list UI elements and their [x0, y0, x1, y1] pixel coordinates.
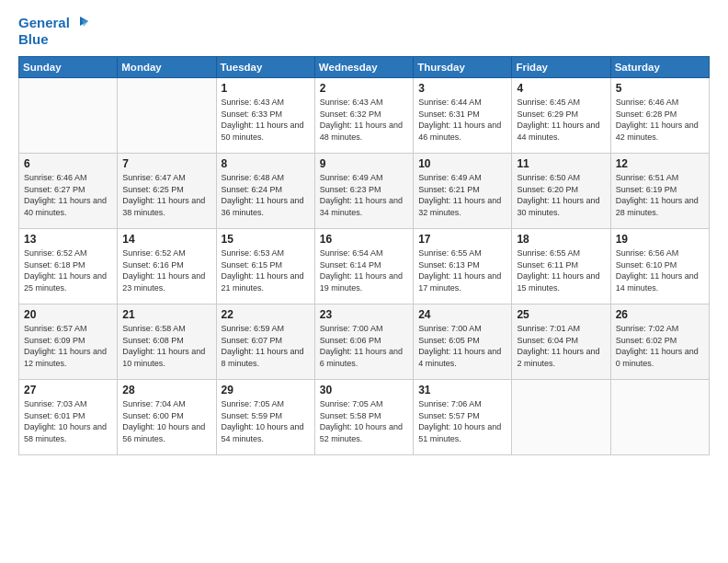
cell-info: Sunrise: 6:46 AMSunset: 6:28 PMDaylight:… [616, 98, 699, 142]
calendar-cell: 22Sunrise: 6:59 AMSunset: 6:07 PMDayligh… [216, 304, 314, 380]
calendar-cell: 17Sunrise: 6:55 AMSunset: 6:13 PMDayligh… [414, 229, 512, 304]
cell-info: Sunrise: 6:52 AMSunset: 6:16 PMDaylight:… [122, 248, 205, 293]
cell-info: Sunrise: 6:55 AMSunset: 6:11 PMDaylight:… [517, 248, 599, 293]
logo-general: General [18, 15, 70, 30]
cell-info: Sunrise: 6:51 AMSunset: 6:19 PMDaylight:… [616, 173, 699, 217]
day-number: 15 [222, 233, 310, 246]
calendar-cell: 28Sunrise: 7:04 AMSunset: 6:00 PMDayligh… [118, 380, 216, 455]
calendar-cell: 7Sunrise: 6:47 AMSunset: 6:25 PMDaylight… [118, 154, 216, 229]
calendar-cell: 6Sunrise: 6:46 AMSunset: 6:27 PMDaylight… [19, 154, 118, 229]
weekday-sunday: Sunday [19, 57, 118, 78]
calendar-cell: 14Sunrise: 6:52 AMSunset: 6:16 PMDayligh… [118, 229, 216, 304]
logo-flag-icon [72, 15, 88, 31]
calendar-cell: 18Sunrise: 6:55 AMSunset: 6:11 PMDayligh… [512, 229, 610, 304]
calendar-cell: 15Sunrise: 6:53 AMSunset: 6:15 PMDayligh… [216, 229, 314, 304]
svg-marker-1 [82, 19, 88, 27]
day-number: 3 [418, 82, 506, 95]
cell-info: Sunrise: 7:06 AMSunset: 5:57 PMDaylight:… [418, 399, 501, 443]
cell-info: Sunrise: 7:00 AMSunset: 6:06 PMDaylight:… [320, 324, 403, 368]
calendar-cell [610, 380, 709, 455]
day-number: 14 [122, 233, 210, 246]
cell-info: Sunrise: 6:43 AMSunset: 6:32 PMDaylight:… [320, 98, 403, 142]
calendar-cell: 8Sunrise: 6:48 AMSunset: 6:24 PMDaylight… [216, 154, 314, 229]
day-number: 12 [616, 157, 704, 170]
calendar-table: SundayMondayTuesdayWednesdayThursdayFrid… [18, 56, 710, 455]
calendar-cell: 27Sunrise: 7:03 AMSunset: 6:01 PMDayligh… [19, 380, 118, 455]
calendar-cell [19, 78, 118, 154]
weekday-saturday: Saturday [610, 57, 709, 78]
day-number: 25 [517, 308, 605, 321]
day-number: 31 [418, 384, 506, 396]
cell-info: Sunrise: 7:02 AMSunset: 6:02 PMDaylight:… [616, 324, 699, 368]
cell-info: Sunrise: 7:05 AMSunset: 5:58 PMDaylight:… [320, 399, 403, 443]
calendar-cell: 5Sunrise: 6:46 AMSunset: 6:28 PMDaylight… [610, 78, 709, 154]
calendar-cell: 12Sunrise: 6:51 AMSunset: 6:19 PMDayligh… [610, 154, 709, 229]
calendar-cell: 9Sunrise: 6:49 AMSunset: 6:23 PMDaylight… [314, 154, 413, 229]
calendar-cell [512, 380, 610, 455]
day-number: 5 [616, 82, 704, 95]
calendar-cell: 4Sunrise: 6:45 AMSunset: 6:29 PMDaylight… [512, 78, 610, 154]
cell-info: Sunrise: 6:56 AMSunset: 6:10 PMDaylight:… [616, 248, 699, 293]
day-number: 18 [517, 233, 605, 246]
week-row-1: 1Sunrise: 6:43 AMSunset: 6:33 PMDaylight… [19, 78, 710, 154]
calendar-cell: 11Sunrise: 6:50 AMSunset: 6:20 PMDayligh… [512, 154, 610, 229]
cell-info: Sunrise: 6:55 AMSunset: 6:13 PMDaylight:… [418, 248, 501, 293]
cell-info: Sunrise: 7:00 AMSunset: 6:05 PMDaylight:… [418, 324, 501, 368]
weekday-friday: Friday [512, 57, 610, 78]
cell-info: Sunrise: 6:53 AMSunset: 6:15 PMDaylight:… [222, 248, 304, 293]
weekday-wednesday: Wednesday [314, 57, 413, 78]
calendar-cell: 23Sunrise: 7:00 AMSunset: 6:06 PMDayligh… [314, 304, 413, 380]
calendar-cell: 1Sunrise: 6:43 AMSunset: 6:33 PMDaylight… [216, 78, 314, 154]
calendar-cell: 19Sunrise: 6:56 AMSunset: 6:10 PMDayligh… [610, 229, 709, 304]
cell-info: Sunrise: 6:57 AMSunset: 6:09 PMDaylight:… [24, 324, 107, 368]
day-number: 27 [24, 384, 112, 396]
cell-info: Sunrise: 6:45 AMSunset: 6:29 PMDaylight:… [517, 98, 599, 142]
day-number: 21 [122, 308, 210, 321]
week-row-4: 20Sunrise: 6:57 AMSunset: 6:09 PMDayligh… [19, 304, 710, 380]
calendar-cell: 30Sunrise: 7:05 AMSunset: 5:58 PMDayligh… [314, 380, 413, 455]
week-row-2: 6Sunrise: 6:46 AMSunset: 6:27 PMDaylight… [19, 154, 710, 229]
weekday-tuesday: Tuesday [216, 57, 314, 78]
cell-info: Sunrise: 6:46 AMSunset: 6:27 PMDaylight:… [24, 173, 107, 217]
day-number: 20 [24, 308, 112, 321]
day-number: 10 [418, 157, 506, 170]
calendar-cell: 21Sunrise: 6:58 AMSunset: 6:08 PMDayligh… [118, 304, 216, 380]
day-number: 16 [320, 233, 408, 246]
weekday-header-row: SundayMondayTuesdayWednesdayThursdayFrid… [19, 57, 710, 78]
day-number: 22 [222, 308, 310, 321]
day-number: 1 [222, 82, 310, 95]
cell-info: Sunrise: 6:44 AMSunset: 6:31 PMDaylight:… [418, 98, 501, 142]
cell-info: Sunrise: 6:47 AMSunset: 6:25 PMDaylight:… [122, 173, 205, 217]
calendar-cell [118, 78, 216, 154]
weekday-monday: Monday [118, 57, 216, 78]
cell-info: Sunrise: 6:54 AMSunset: 6:14 PMDaylight:… [320, 248, 403, 293]
cell-info: Sunrise: 6:43 AMSunset: 6:33 PMDaylight:… [222, 98, 304, 142]
logo: General Blue [18, 15, 88, 47]
header: General Blue [18, 15, 710, 47]
day-number: 13 [24, 233, 112, 246]
calendar-cell: 10Sunrise: 6:49 AMSunset: 6:21 PMDayligh… [414, 154, 512, 229]
calendar-cell: 31Sunrise: 7:06 AMSunset: 5:57 PMDayligh… [414, 380, 512, 455]
calendar-cell: 2Sunrise: 6:43 AMSunset: 6:32 PMDaylight… [314, 78, 413, 154]
day-number: 17 [418, 233, 506, 246]
calendar-cell: 24Sunrise: 7:00 AMSunset: 6:05 PMDayligh… [414, 304, 512, 380]
calendar-cell: 13Sunrise: 6:52 AMSunset: 6:18 PMDayligh… [19, 229, 118, 304]
calendar-cell: 26Sunrise: 7:02 AMSunset: 6:02 PMDayligh… [610, 304, 709, 380]
day-number: 6 [24, 157, 112, 170]
calendar-cell: 25Sunrise: 7:01 AMSunset: 6:04 PMDayligh… [512, 304, 610, 380]
cell-info: Sunrise: 6:50 AMSunset: 6:20 PMDaylight:… [517, 173, 599, 217]
logo-blue: Blue [18, 31, 49, 47]
cell-info: Sunrise: 7:03 AMSunset: 6:01 PMDaylight:… [24, 399, 107, 443]
cell-info: Sunrise: 7:01 AMSunset: 6:04 PMDaylight:… [517, 324, 599, 368]
day-number: 11 [517, 157, 605, 170]
calendar-cell: 3Sunrise: 6:44 AMSunset: 6:31 PMDaylight… [414, 78, 512, 154]
cell-info: Sunrise: 6:48 AMSunset: 6:24 PMDaylight:… [222, 173, 304, 217]
calendar-cell: 20Sunrise: 6:57 AMSunset: 6:09 PMDayligh… [19, 304, 118, 380]
day-number: 26 [616, 308, 704, 321]
week-row-5: 27Sunrise: 7:03 AMSunset: 6:01 PMDayligh… [19, 380, 710, 455]
day-number: 28 [122, 384, 210, 396]
cell-info: Sunrise: 6:49 AMSunset: 6:23 PMDaylight:… [320, 173, 403, 217]
day-number: 7 [122, 157, 210, 170]
day-number: 2 [320, 82, 408, 95]
calendar-cell: 16Sunrise: 6:54 AMSunset: 6:14 PMDayligh… [314, 229, 413, 304]
